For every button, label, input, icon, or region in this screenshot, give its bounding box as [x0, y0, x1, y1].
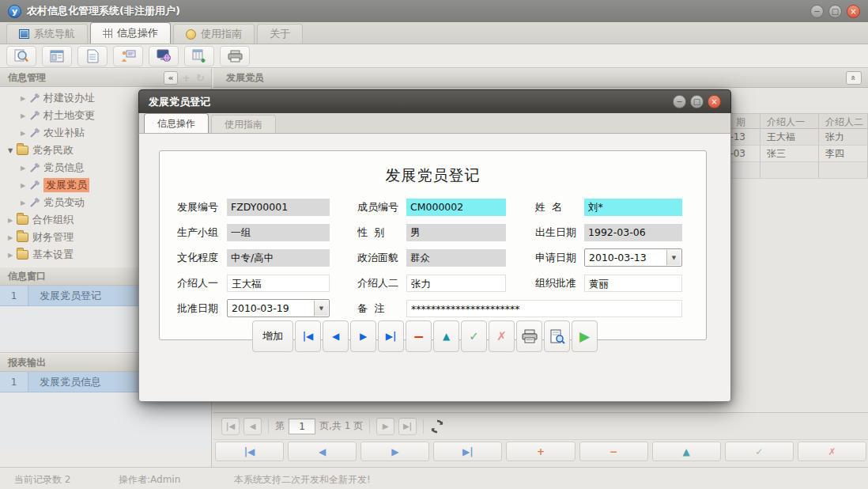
dialog-print-button[interactable]	[516, 320, 542, 352]
dropdown-arrow-icon[interactable]: ▼	[314, 301, 328, 316]
run-report-button[interactable]: ▶	[572, 320, 598, 352]
window-icon	[19, 29, 29, 39]
close-button[interactable]: ×	[847, 5, 860, 18]
record-prev-button[interactable]: ◀	[323, 320, 349, 352]
dialog-tab-info-ops[interactable]: 信息操作	[144, 113, 209, 133]
org-approve-field[interactable]: 黄丽	[584, 275, 682, 292]
sidebar-add-button[interactable]: +	[180, 72, 192, 84]
refresh-icon[interactable]	[430, 419, 444, 434]
search-button[interactable]	[6, 46, 36, 66]
report-button[interactable]	[77, 46, 108, 66]
table-add-button[interactable]	[184, 46, 214, 66]
content-header: 发展党员 «	[213, 68, 868, 88]
print-preview-button[interactable]	[544, 320, 570, 352]
main-toolbar	[0, 44, 868, 68]
expander-icon[interactable]: ▶	[19, 95, 27, 102]
field-label-member-no: 成员编号	[357, 199, 398, 216]
nav-last-button[interactable]: ▶|	[433, 442, 502, 461]
nav-remove-button[interactable]: −	[579, 442, 648, 461]
expander-icon[interactable]: ▶	[6, 234, 14, 241]
add-record-button[interactable]: 增加	[252, 320, 293, 352]
remark-field[interactable]: **********************	[406, 300, 682, 317]
sidebar-refresh-button[interactable]: ↻	[194, 72, 206, 84]
expander-icon[interactable]: ▶	[19, 112, 27, 119]
print-button[interactable]	[220, 46, 250, 66]
tab-about[interactable]: 关于	[257, 24, 303, 44]
dialog-minimize-button[interactable]: −	[673, 95, 686, 108]
page-number-input[interactable]	[289, 419, 315, 434]
dialog-titlebar[interactable]: 发展党员登记 − □ ×	[138, 89, 731, 113]
expander-icon[interactable]: ▶	[19, 130, 27, 137]
form-fieldset: 发展党员登记 发展编号 FZDY00001 成员编号 CM000002 姓 名 …	[159, 150, 707, 340]
record-first-button[interactable]: |◀	[295, 320, 321, 352]
folder-icon	[17, 250, 28, 260]
minimize-button[interactable]: −	[810, 5, 824, 18]
expander-icon[interactable]: ▶	[6, 252, 14, 259]
introducer2-field[interactable]: 张力	[406, 275, 506, 292]
dialog-tabbar: 信息操作 使用指南	[138, 113, 731, 134]
field-label-political: 政治面貌	[357, 249, 398, 267]
nav-add-button[interactable]: +	[506, 442, 575, 461]
training-button[interactable]	[113, 46, 143, 66]
delete-record-button[interactable]: −	[406, 320, 432, 352]
record-count-status: 当前记录数 2	[14, 473, 70, 487]
tree-item-label: 村建设办址	[43, 91, 95, 105]
name-field[interactable]: 刘*	[584, 199, 682, 216]
page-prev-button[interactable]: ◀	[243, 418, 262, 435]
cancel-button[interactable]: ✗	[489, 320, 515, 352]
nav-prev-button[interactable]: ◀	[288, 442, 357, 461]
nav-cancel-button[interactable]: ✗	[798, 442, 866, 461]
page-first-button[interactable]: |◀	[221, 418, 240, 435]
form-title: 发展党员登记	[160, 165, 706, 186]
table-add-icon	[192, 49, 206, 63]
column-introducer2[interactable]: 介绍人二	[819, 113, 868, 129]
member-no-field[interactable]: CM000002	[406, 199, 506, 216]
expander-icon[interactable]: ▶	[19, 182, 27, 189]
tab-system-nav[interactable]: 系统导航	[6, 24, 88, 44]
dropdown-arrow-icon[interactable]: ▼	[666, 250, 681, 265]
form-button[interactable]	[42, 46, 72, 66]
approve-date-combo[interactable]: 2010-03-19 ▼	[227, 299, 330, 317]
content-collapse-button[interactable]: «	[846, 71, 862, 85]
nav-confirm-button[interactable]: ✓	[725, 442, 794, 461]
nav-next-button[interactable]: ▶	[360, 442, 429, 461]
tool-icon	[29, 128, 40, 138]
nav-first-button[interactable]: |◀	[215, 442, 284, 461]
user-chart-icon	[121, 49, 136, 63]
expander-icon[interactable]: ▶	[19, 165, 27, 172]
education-field: 中专/高中	[227, 249, 330, 267]
tab-label: 系统导航	[34, 27, 75, 41]
coin-icon	[186, 29, 196, 40]
dialog-tab-guide[interactable]: 使用指南	[211, 115, 276, 133]
page-last-button[interactable]: ▶|	[398, 418, 417, 435]
dialog-maximize-button[interactable]: □	[690, 95, 704, 108]
introducer1-field[interactable]: 王大福	[227, 275, 330, 292]
tab-user-guide[interactable]: 使用指南	[173, 24, 255, 44]
expander-icon[interactable]: ▶	[19, 199, 27, 207]
pagination-bar: |◀ ◀ 第 页,共 1 页 ▶ ▶|	[213, 412, 868, 440]
expander-icon[interactable]: ▼	[6, 147, 14, 154]
column-introducer1[interactable]: 介绍人一	[760, 113, 819, 129]
list-item-label: 发展党员登记	[28, 289, 101, 303]
field-label-introducer2: 介绍人二	[357, 275, 398, 292]
nav-edit-button[interactable]: ▲	[652, 442, 721, 461]
tree-item-label: 财务管理	[32, 230, 74, 244]
page-next-button[interactable]: ▶	[376, 418, 394, 435]
edit-record-button[interactable]: ▲	[433, 320, 459, 352]
application-window: y 农村信息化管理系统(非注册用户) − □ × 系统导航 信息操作 使用指南 …	[0, 0, 868, 489]
cell-introducer2: 张力	[819, 129, 868, 146]
panel-title: 报表输出	[8, 356, 46, 370]
record-next-button[interactable]: ▶	[350, 320, 376, 352]
network-button[interactable]	[149, 46, 179, 66]
tree-item-label: 党务民政	[32, 143, 74, 157]
tab-info-ops[interactable]: 信息操作	[90, 22, 171, 44]
maximize-button[interactable]: □	[828, 5, 842, 18]
sidebar-collapse-button[interactable]: «	[164, 71, 178, 85]
confirm-button[interactable]: ✓	[461, 320, 487, 352]
dialog-close-button[interactable]: ×	[708, 95, 721, 108]
apply-date-combo[interactable]: 2010-03-13 ▼	[584, 248, 682, 267]
expander-icon[interactable]: ▶	[6, 217, 14, 224]
list-item-index: 1	[0, 372, 28, 392]
develop-member-dialog: 发展党员登记 − □ × 信息操作 使用指南 发展党员登记 发展编号 FZDY0…	[138, 89, 731, 402]
record-last-button[interactable]: ▶|	[378, 320, 404, 352]
